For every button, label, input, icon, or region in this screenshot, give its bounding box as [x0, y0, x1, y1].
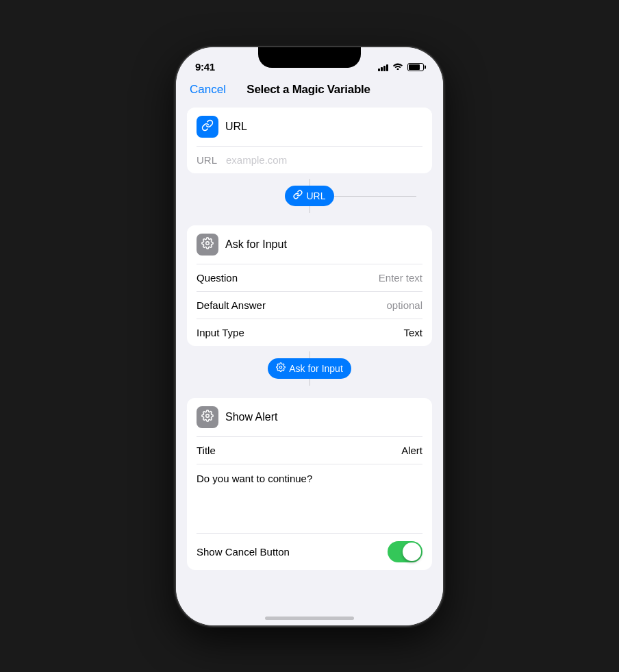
show-alert-card-title: Show Alert — [225, 411, 277, 423]
cancel-button[interactable]: Cancel — [190, 83, 226, 97]
signal-bar-4 — [386, 64, 388, 71]
url-input-placeholder: example.com — [226, 154, 287, 166]
ask-input-card-header: Ask for Input — [187, 225, 432, 264]
url-bubble-container: URL — [187, 179, 432, 213]
gear-icon-alert — [201, 410, 214, 425]
status-time: 9:41 — [195, 61, 215, 73]
url-card-title: URL — [225, 121, 247, 133]
home-indicator — [265, 617, 354, 620]
ask-input-question-row[interactable]: Question Enter text — [187, 264, 432, 291]
url-magic-bubble[interactable]: URL — [285, 186, 333, 206]
toggle-knob — [403, 543, 421, 561]
ask-input-bubble-container: Ask for Input — [187, 351, 432, 386]
show-cancel-button-row[interactable]: Show Cancel Button — [187, 534, 432, 570]
show-alert-body-text: Do you want to continue? — [187, 464, 432, 533]
section-spacer-2 — [187, 388, 432, 398]
bottom-spacer — [187, 575, 432, 596]
gear-icon-bubble — [276, 362, 286, 375]
alert-title-label: Title — [197, 445, 216, 456]
status-icons — [378, 62, 424, 72]
page-title: Select a Magic Variable — [247, 83, 370, 97]
signal-bar-1 — [378, 69, 380, 71]
url-bubble-right-line — [334, 196, 416, 197]
url-input-row[interactable]: URL example.com — [187, 147, 432, 173]
phone-screen: 9:41 Cancel Se — [176, 47, 443, 625]
ask-input-magic-bubble[interactable]: Ask for Input — [268, 358, 351, 379]
default-answer-value: optional — [386, 299, 422, 311]
signal-bar-2 — [381, 67, 383, 71]
ask-input-card-icon — [197, 234, 218, 256]
default-answer-label: Default Answer — [197, 299, 266, 311]
svg-point-0 — [206, 241, 210, 245]
gear-icon-ask — [201, 237, 214, 252]
show-alert-card-icon — [197, 406, 218, 428]
alert-title-value: Alert — [401, 445, 422, 456]
scroll-content[interactable]: URL URL example.com — [176, 102, 443, 614]
show-cancel-label: Show Cancel Button — [197, 546, 290, 558]
url-input-label: URL — [197, 154, 220, 166]
show-cancel-toggle[interactable] — [388, 541, 422, 562]
url-bubble-text: URL — [306, 190, 325, 201]
input-type-label: Input Type — [197, 327, 244, 338]
notch — [258, 47, 361, 68]
url-card-header: URL — [187, 108, 432, 146]
url-bubble-link-icon — [293, 190, 303, 202]
battery-fill — [409, 64, 420, 70]
signal-bars-icon — [378, 63, 388, 71]
link-icon — [201, 119, 214, 134]
svg-point-2 — [206, 414, 210, 417]
show-alert-title-row[interactable]: Title Alert — [187, 437, 432, 464]
section-spacer-1 — [187, 216, 432, 225]
ask-input-card-title: Ask for Input — [225, 238, 287, 251]
ask-input-default-row[interactable]: Default Answer optional — [187, 292, 432, 319]
wifi-icon — [392, 62, 403, 72]
nav-bar: Cancel Select a Magic Variable — [176, 80, 443, 102]
ask-input-card: Ask for Input Question Enter text Defaul… — [187, 225, 432, 346]
ask-input-type-row[interactable]: Input Type Text — [187, 319, 432, 346]
show-alert-card: Show Alert Title Alert Do you want to co… — [187, 398, 432, 570]
show-alert-card-header: Show Alert — [187, 398, 432, 436]
phone-frame: 9:41 Cancel Se — [176, 47, 443, 625]
ask-input-bubble-text: Ask for Input — [289, 363, 343, 374]
svg-point-1 — [279, 366, 282, 369]
url-card-icon — [197, 116, 218, 138]
question-label: Question — [197, 272, 238, 284]
input-type-value: Text — [403, 327, 422, 338]
question-value: Enter text — [379, 272, 422, 284]
signal-bar-3 — [383, 66, 386, 71]
url-card: URL URL example.com — [187, 108, 432, 173]
battery-icon — [407, 63, 424, 71]
